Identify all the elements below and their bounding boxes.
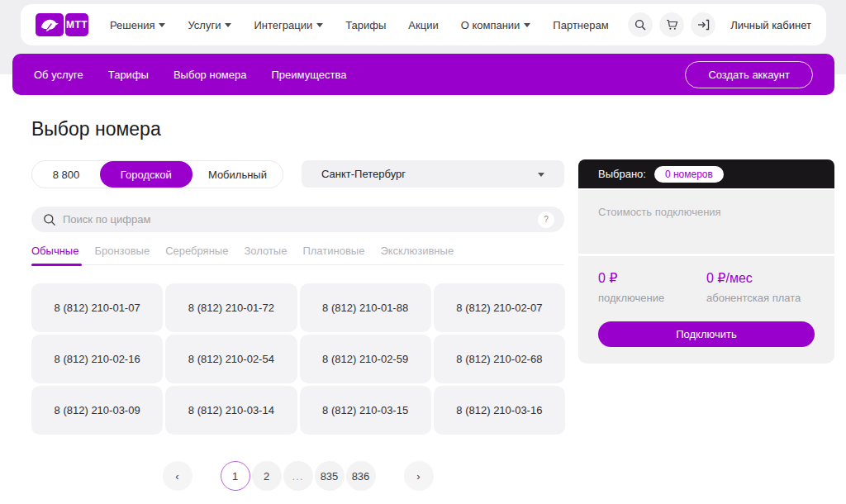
nav-item-label: Акции — [408, 19, 438, 31]
phone-number-card[interactable]: 8 (812) 210-02-54 — [165, 335, 297, 383]
monthly-price-caption: абонентская плата — [706, 292, 815, 304]
phone-number-card[interactable]: 8 (812) 210-02-59 — [300, 335, 431, 383]
page-button-1[interactable]: 1 — [221, 461, 250, 491]
nav-item-services[interactable]: Услуги — [188, 19, 231, 31]
search-button[interactable] — [628, 12, 653, 37]
phone-number-card[interactable]: 8 (812) 210-01-88 — [300, 283, 431, 332]
digit-search: ? — [31, 207, 564, 232]
account-link[interactable]: Личный кабинет — [730, 19, 811, 31]
connect-price-value: 0 ₽ — [598, 270, 706, 286]
selection-cart: Выбрано: 0 номеров Стоимость подключения… — [578, 159, 834, 364]
search-icon — [634, 19, 646, 31]
prev-page-button[interactable]: ‹ — [163, 461, 192, 491]
monthly-price-block: 0 ₽/мес абонентская плата — [706, 270, 815, 304]
phone-number-card[interactable]: 8 (812) 210-02-07 — [434, 283, 565, 332]
nav-item-integrations[interactable]: Интеграции — [254, 19, 323, 31]
search-help-badge[interactable]: ? — [538, 212, 554, 228]
phone-number-grid: 8 (812) 210-01-07 8 (812) 210-01-72 8 (8… — [31, 283, 565, 435]
nav-item-label: О компании — [461, 19, 520, 31]
tab-gold[interactable]: Золотые — [244, 245, 287, 257]
phone-number-card[interactable]: 8 (812) 210-02-68 — [434, 335, 565, 383]
phone-number-card[interactable]: 8 (812) 210-02-16 — [31, 335, 163, 383]
next-page-button[interactable]: › — [404, 461, 434, 491]
phone-number-card[interactable]: 8 (812) 210-03-09 — [31, 386, 163, 435]
phone-number-card[interactable]: 8 (812) 210-01-07 — [31, 283, 163, 332]
monthly-price-value: 0 ₽/мес — [706, 270, 815, 286]
nav-item-label: Решения — [110, 19, 154, 31]
city-select[interactable]: Санкт-Петербург — [302, 160, 564, 188]
chevron-down-icon — [159, 23, 165, 27]
nav-item-solutions[interactable]: Решения — [110, 19, 165, 31]
segment-mobile[interactable]: Мобильный — [192, 161, 283, 188]
page-title: Выбор номера — [31, 118, 161, 140]
page: МТТ Решения Услуги Интеграции Тарифы Акц… — [0, 0, 846, 504]
nav-item-promos[interactable]: Акции — [408, 19, 438, 31]
number-category-tabs: Обычные Бронзовые Серебряные Золотые Пла… — [31, 245, 564, 265]
phone-number-card[interactable]: 8 (812) 210-03-14 — [165, 386, 297, 435]
segment-8800[interactable]: 8 800 — [32, 161, 100, 188]
chevron-down-icon — [225, 23, 231, 27]
top-nav: Решения Услуги Интеграции Тарифы Акции О… — [110, 19, 609, 31]
phone-number-card[interactable]: 8 (812) 210-01-72 — [165, 283, 297, 332]
nav-item-label: Тарифы — [345, 19, 386, 31]
header-actions: Личный кабинет — [628, 12, 811, 37]
phone-number-card[interactable]: 8 (812) 210-03-15 — [300, 386, 431, 435]
number-type-switcher: 8 800 Городской Мобильный — [31, 160, 283, 188]
logo-wordmark: МТТ — [65, 13, 88, 36]
connect-price-block: 0 ₽ подключение — [598, 270, 706, 304]
nav-item-tariffs[interactable]: Тарифы — [345, 19, 386, 31]
chevron-down-icon — [538, 173, 544, 177]
city-select-value: Санкт-Петербург — [321, 168, 406, 180]
pagination: ‹ 1 2 ... 835 836 › — [31, 461, 564, 491]
nav-item-about[interactable]: О компании — [461, 19, 531, 31]
selected-count-badge: 0 номеров — [654, 166, 724, 183]
bird-logo-icon — [36, 13, 64, 36]
page-button-2[interactable]: 2 — [252, 461, 282, 491]
main-header: МТТ Решения Услуги Интеграции Тарифы Акц… — [21, 4, 826, 45]
price-row: 0 ₽ подключение 0 ₽/мес абонентская плат… — [598, 270, 815, 304]
phone-number-card[interactable]: 8 (812) 210-03-16 — [434, 386, 565, 435]
segment-city[interactable]: Городской — [100, 161, 192, 188]
login-icon — [697, 19, 710, 31]
chevron-down-icon — [316, 23, 323, 27]
service-bar: Об услуге Тарифы Выбор номера Преимущест… — [12, 54, 834, 95]
page-ellipsis: ... — [283, 461, 313, 491]
nav-item-label: Интеграции — [254, 19, 312, 31]
service-link-tariffs[interactable]: Тарифы — [108, 69, 149, 81]
create-account-button[interactable]: Создать аккаунт — [685, 61, 813, 88]
cart-icon — [666, 19, 678, 31]
service-link-number-select[interactable]: Выбор номера — [173, 69, 247, 81]
cost-title: Стоимость подключения — [598, 206, 721, 218]
tab-bronze[interactable]: Бронзовые — [94, 245, 150, 257]
login-button[interactable] — [691, 12, 715, 37]
nav-item-label: Партнерам — [553, 19, 608, 31]
mtt-logo[interactable]: МТТ — [36, 13, 88, 36]
selected-label: Выбрано: — [598, 168, 646, 180]
cart-summary-panel: 0 ₽ подключение 0 ₽/мес абонентская плат… — [578, 256, 834, 364]
connect-button[interactable]: Подключить — [598, 321, 815, 347]
tab-silver[interactable]: Серебряные — [165, 245, 228, 257]
chevron-down-icon — [524, 23, 530, 27]
page-button-836[interactable]: 836 — [346, 461, 376, 491]
tab-platinum[interactable]: Платиновые — [302, 245, 364, 257]
tab-regular[interactable]: Обычные — [31, 245, 78, 257]
service-link-benefits[interactable]: Преимущества — [272, 69, 347, 81]
service-link-about[interactable]: Об услуге — [34, 69, 83, 81]
search-input[interactable] — [63, 213, 538, 226]
cart-button[interactable] — [659, 12, 684, 37]
search-icon — [43, 213, 56, 226]
cart-cost-panel: Стоимость подключения — [578, 190, 834, 254]
cart-header: Выбрано: 0 номеров — [578, 159, 834, 188]
connect-price-caption: подключение — [598, 292, 706, 304]
tab-exclusive[interactable]: Эксклюзивные — [380, 245, 454, 257]
service-nav: Об услуге Тарифы Выбор номера Преимущест… — [34, 69, 346, 81]
nav-item-partners[interactable]: Партнерам — [553, 19, 608, 31]
nav-item-label: Услуги — [188, 19, 221, 31]
page-button-835[interactable]: 835 — [315, 461, 345, 491]
